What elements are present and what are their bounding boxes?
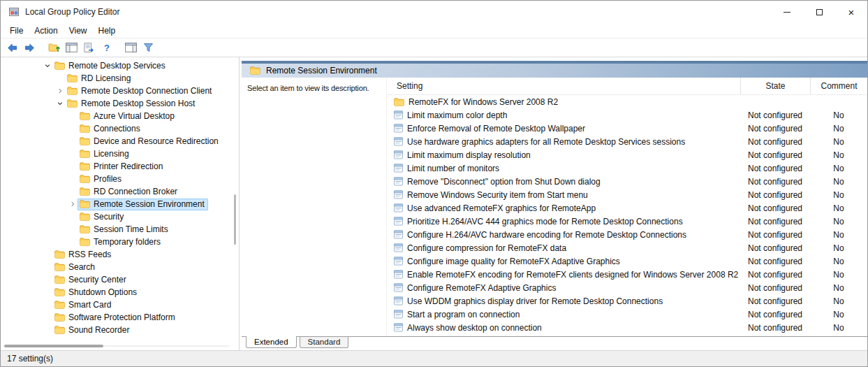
tree-item-remote-desktop-session-host[interactable]: Remote Desktop Session Host: [1, 97, 239, 110]
tree-item-rd-licensing[interactable]: RD Licensing: [1, 72, 239, 85]
tree-item-security-center[interactable]: Security Center: [1, 273, 239, 286]
setting-row[interactable]: Always show desktop on connectionNot con…: [387, 321, 867, 334]
tree-item-smart-card[interactable]: Smart Card: [1, 298, 239, 311]
chevron-down-icon[interactable]: [55, 100, 65, 107]
setting-name: Remove Windows Security item from Start …: [407, 190, 588, 200]
arrow-left-icon: [6, 43, 18, 53]
list-header: Setting State Comment: [387, 78, 867, 95]
tree-vertical-scrollbar[interactable]: [234, 194, 236, 245]
setting-row[interactable]: Enable RemoteFX encoding for RemoteFX cl…: [387, 268, 867, 281]
setting-state: Not configured: [740, 150, 810, 160]
tree-item-software-protection-platform[interactable]: Software Protection Platform: [1, 311, 239, 324]
menu-help[interactable]: Help: [93, 24, 122, 37]
tree-item-remote-session-environment[interactable]: Remote Session Environment: [1, 198, 239, 210]
setting-row[interactable]: Use advanced RemoteFX graphics for Remot…: [387, 201, 867, 215]
tree-item-label: Security Center: [68, 275, 126, 285]
chevron-down-icon[interactable]: [43, 62, 52, 69]
setting-row[interactable]: Configure RemoteFX Adaptive GraphicsNot …: [387, 281, 867, 294]
tree-item-azure-virtual-desktop[interactable]: Azure Virtual Desktop: [1, 110, 239, 122]
setting-row[interactable]: Configure image quality for RemoteFX Ada…: [387, 254, 867, 268]
folder-icon: [80, 225, 90, 233]
show-console-tree-button[interactable]: [63, 40, 80, 56]
setting-row[interactable]: Prioritize H.264/AVC 444 graphics mode f…: [387, 215, 867, 228]
menu-file[interactable]: File: [4, 24, 29, 37]
maximize-button[interactable]: [803, 1, 835, 23]
setting-comment: No: [810, 323, 867, 333]
titlebar[interactable]: Local Group Policy Editor ×: [1, 1, 867, 23]
folder-icon: [80, 150, 90, 158]
tree-item-shutdown-options[interactable]: Shutdown Options: [1, 286, 239, 298]
setting-row[interactable]: Configure compression for RemoteFX dataN…: [387, 241, 867, 254]
tree-item-printer-redirection[interactable]: Printer Redirection: [1, 160, 239, 173]
menu-view[interactable]: View: [64, 24, 93, 37]
action-pane-icon: [125, 43, 137, 52]
setting-row[interactable]: Limit number of monitorsNot configuredNo: [387, 161, 867, 175]
column-header-comment[interactable]: Comment: [810, 78, 867, 94]
tree-item-device-and-resource-redirection[interactable]: Device and Resource Redirection: [1, 135, 239, 147]
tree-item-connections[interactable]: Connections: [1, 122, 239, 135]
policy-setting-icon: [394, 110, 403, 120]
export-list-button[interactable]: [80, 40, 98, 56]
setting-row[interactable]: Use hardware graphics adapters for all R…: [387, 135, 867, 148]
tree-item-temporary-folders[interactable]: Temporary folders: [1, 236, 239, 248]
folder-up-icon: [48, 43, 61, 53]
settings-list: Setting State Comment RemoteFX for Windo…: [386, 78, 867, 336]
setting-state: Not configured: [740, 230, 810, 240]
tree-item-licensing[interactable]: Licensing: [1, 147, 239, 160]
chevron-right-icon[interactable]: [68, 201, 78, 208]
close-button[interactable]: ×: [835, 1, 867, 23]
setting-row[interactable]: RemoteFX for Windows Server 2008 R2: [387, 95, 867, 108]
column-header-setting[interactable]: Setting: [387, 78, 740, 94]
setting-row[interactable]: Enforce Removal of Remote Desktop Wallpa…: [387, 122, 867, 135]
policy-setting-icon: [394, 323, 403, 332]
setting-row[interactable]: Use WDDM graphics display driver for Rem…: [387, 294, 867, 308]
setting-row[interactable]: Remove "Disconnect" option from Shut Dow…: [387, 175, 867, 188]
setting-name: Prioritize H.264/AVC 444 graphics mode f…: [407, 217, 683, 226]
tree-item-label: Device and Resource Redirection: [94, 136, 219, 146]
help-icon: ?: [102, 43, 112, 52]
scrollbar-thumb[interactable]: [4, 345, 103, 347]
setting-row[interactable]: Limit maximum display resolutionNot conf…: [387, 148, 867, 161]
content-body: Select an item to view its description. …: [242, 78, 867, 336]
chevron-right-icon[interactable]: [55, 87, 65, 94]
setting-state: Not configured: [740, 323, 810, 333]
tab-standard[interactable]: Standard: [300, 337, 349, 348]
column-header-state[interactable]: State: [740, 78, 810, 94]
setting-state: Not configured: [740, 257, 810, 266]
up-one-level-button[interactable]: [45, 40, 63, 56]
back-button[interactable]: [3, 40, 21, 56]
tree-item-remote-desktop-services[interactable]: Remote Desktop Services: [1, 59, 239, 72]
setting-row[interactable]: Start a program on connectionNot configu…: [387, 308, 867, 321]
setting-state: Not configured: [740, 177, 810, 187]
policy-setting-icon: [394, 124, 403, 133]
setting-state: Not configured: [740, 270, 810, 280]
tree-item-label: RD Connection Broker: [94, 187, 177, 196]
tree-item-rd-connection-broker[interactable]: RD Connection Broker: [1, 185, 239, 198]
setting-state: Not configured: [740, 137, 810, 147]
help-button[interactable]: ?: [98, 40, 115, 56]
setting-row[interactable]: Remove Windows Security item from Start …: [387, 188, 867, 201]
tree-item-profiles[interactable]: Profiles: [1, 173, 239, 185]
tab-extended[interactable]: Extended: [246, 336, 297, 348]
forward-button[interactable]: [21, 40, 38, 56]
setting-comment: No: [810, 137, 867, 147]
setting-row[interactable]: Configure H.264/AVC hardware encoding fo…: [387, 228, 867, 241]
setting-name: Configure compression for RemoteFX data: [407, 243, 566, 253]
setting-name: Use WDDM graphics display driver for Rem…: [407, 296, 663, 306]
tree-item-remote-desktop-connection-client[interactable]: Remote Desktop Connection Client: [1, 85, 239, 97]
setting-state: Not configured: [740, 243, 810, 253]
policy-setting-icon: [394, 150, 403, 159]
tree-item-rss-feeds[interactable]: RSS Feeds: [1, 248, 239, 261]
show-action-pane-button[interactable]: [122, 40, 140, 56]
menu-action[interactable]: Action: [29, 24, 63, 37]
main-area: Remote Desktop ServicesRD LicensingRemot…: [1, 57, 867, 350]
filter-button[interactable]: [140, 40, 157, 56]
minimize-button[interactable]: [771, 1, 803, 23]
setting-state: Not configured: [740, 124, 810, 134]
setting-row[interactable]: Limit maximum color depthNot configuredN…: [387, 108, 867, 122]
tree-item-security[interactable]: Security: [1, 210, 239, 223]
tree-item-sound-recorder[interactable]: Sound Recorder: [1, 324, 239, 336]
tree-horizontal-scrollbar[interactable]: [3, 344, 229, 348]
tree-item-session-time-limits[interactable]: Session Time Limits: [1, 223, 239, 236]
tree-item-search[interactable]: Search: [1, 261, 239, 273]
